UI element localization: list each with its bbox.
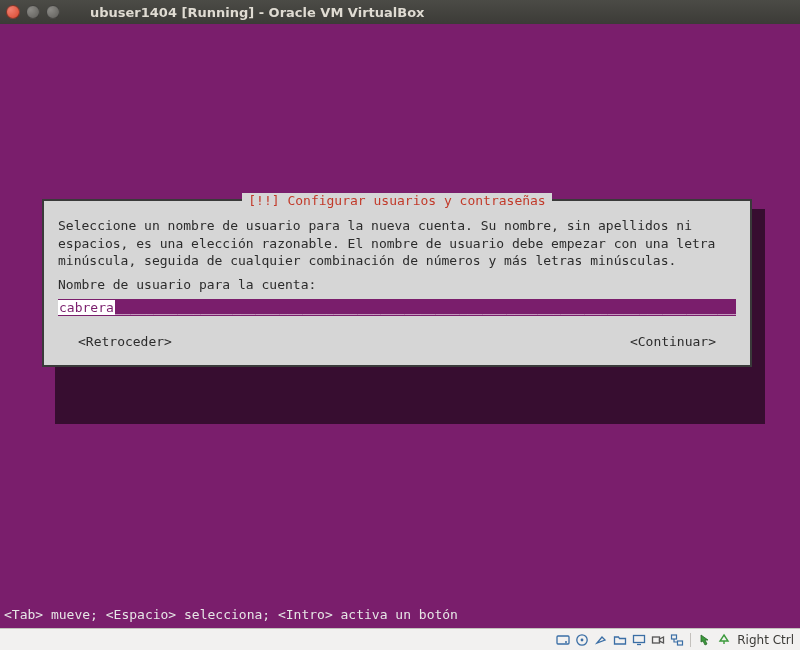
window-close-button[interactable] [6, 5, 20, 19]
dialog-title: [!!] Configurar usuarios y contraseñas [242, 193, 551, 208]
continue-button[interactable]: <Continuar> [630, 334, 716, 349]
usb-icon[interactable] [593, 632, 608, 647]
username-prompt-label: Nombre de usuario para la cuenta: [58, 276, 736, 294]
footer-hint: <Tab> mueve; <Espacio> selecciona; <Intr… [4, 607, 458, 622]
status-separator [690, 633, 691, 647]
window-minimize-button[interactable] [26, 5, 40, 19]
username-input[interactable]: cabrera_________________________________… [58, 299, 736, 316]
display-icon[interactable] [631, 632, 646, 647]
installer-dialog: [!!] Configurar usuarios y contraseñas S… [42, 199, 752, 367]
window-maximize-button[interactable] [46, 5, 60, 19]
vm-guest-screen[interactable]: [!!] Configurar usuarios y contraseñas S… [0, 24, 800, 628]
back-button[interactable]: <Retroceder> [78, 334, 172, 349]
optical-disc-icon[interactable] [574, 632, 589, 647]
input-fill: ________________________________________… [115, 300, 736, 315]
svg-point-3 [580, 638, 583, 641]
network-icon[interactable] [669, 632, 684, 647]
vm-statusbar: Right Ctrl [0, 628, 800, 650]
svg-rect-7 [677, 641, 682, 645]
video-capture-icon[interactable] [650, 632, 665, 647]
dialog-body-text: Seleccione un nombre de usuario para la … [58, 217, 736, 270]
svg-rect-5 [652, 637, 659, 643]
hostkey-label: Right Ctrl [737, 633, 794, 647]
hostkey-indicator-icon[interactable] [716, 632, 731, 647]
mouse-integration-icon[interactable] [697, 632, 712, 647]
username-input-value: cabrera [58, 300, 115, 315]
hard-disk-icon[interactable] [555, 632, 570, 647]
svg-rect-6 [671, 635, 676, 639]
svg-rect-4 [633, 635, 644, 642]
svg-rect-0 [557, 636, 569, 644]
svg-point-1 [565, 641, 567, 643]
window-titlebar: ubuser1404 [Running] - Oracle VM Virtual… [0, 0, 800, 24]
window-title: ubuser1404 [Running] - Oracle VM Virtual… [90, 5, 425, 20]
shared-folder-icon[interactable] [612, 632, 627, 647]
